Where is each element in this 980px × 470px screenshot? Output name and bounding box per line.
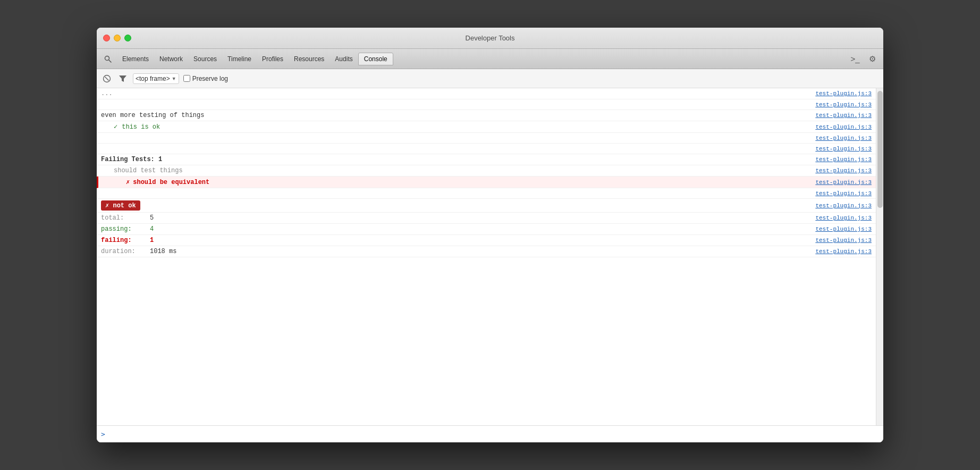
log-row: test-plugin.js:3: [97, 133, 876, 144]
maximize-button[interactable]: [124, 35, 131, 41]
title-bar: Developer Tools: [97, 28, 883, 49]
frame-selector[interactable]: <top frame> ▼: [133, 73, 179, 84]
log-text: should test things: [114, 167, 183, 174]
console-log[interactable]: ... test-plugin.js:3 test-plugin.js:3 ev…: [97, 88, 876, 425]
log-value: 1018 ms: [150, 248, 176, 255]
tab-bar: Elements Network Sources Timeline Profil…: [97, 49, 883, 69]
frame-selector-label: <top frame>: [136, 75, 170, 82]
log-source-link[interactable]: test-plugin.js:3: [815, 156, 872, 163]
tab-bar-right: >_ ⚙: [848, 52, 879, 66]
tab-elements[interactable]: Elements: [117, 53, 154, 65]
settings-icon[interactable]: ⚙: [865, 52, 879, 66]
log-source-link[interactable]: test-plugin.js:3: [815, 112, 872, 119]
svg-marker-4: [119, 75, 126, 82]
console-content: ... test-plugin.js:3 test-plugin.js:3 ev…: [97, 88, 883, 425]
log-text: this is ok: [122, 123, 160, 131]
console-input-row: >: [97, 425, 883, 442]
tab-sources[interactable]: Sources: [188, 53, 222, 65]
log-label: total:: [101, 214, 143, 222]
devtools-window: Developer Tools Elements Network Sources…: [97, 28, 883, 442]
log-text: even more testing of things: [101, 112, 204, 119]
log-source-link[interactable]: test-plugin.js:3: [815, 135, 872, 141]
log-source-link[interactable]: test-plugin.js:3: [815, 203, 872, 209]
terminal-icon[interactable]: >_: [848, 52, 862, 66]
filter-icon[interactable]: [117, 73, 129, 85]
scrollbar-track[interactable]: [876, 88, 883, 425]
log-row: even more testing of things test-plugin.…: [97, 110, 876, 121]
log-source-link[interactable]: test-plugin.js:3: [815, 215, 872, 221]
log-row: duration: 1018 ms test-plugin.js:3: [97, 246, 876, 257]
clear-console-button[interactable]: [101, 73, 113, 85]
log-value: 4: [150, 225, 154, 233]
log-row: passing: 4 test-plugin.js:3: [97, 224, 876, 235]
log-source-link[interactable]: test-plugin.js:3: [815, 167, 872, 174]
x-icon: ✗: [126, 178, 130, 186]
log-row: should test things test-plugin.js:3: [97, 165, 876, 177]
log-source-link[interactable]: test-plugin.js:3: [815, 146, 872, 152]
log-source-link[interactable]: test-plugin.js:3: [815, 237, 872, 244]
window-title: Developer Tools: [466, 34, 515, 42]
frame-selector-arrow: ▼: [172, 76, 176, 81]
svg-line-1: [109, 60, 112, 62]
tab-network[interactable]: Network: [154, 53, 188, 65]
log-row: ✓ this is ok test-plugin.js:3: [97, 121, 876, 133]
log-text: ...: [101, 90, 113, 97]
log-label: duration:: [101, 248, 143, 255]
log-row: failing: 1 test-plugin.js:3: [97, 235, 876, 246]
svg-line-3: [105, 77, 109, 80]
log-row: test-plugin.js:3: [97, 99, 876, 110]
minimize-button[interactable]: [114, 35, 121, 41]
preserve-log-checkbox[interactable]: [183, 75, 190, 82]
log-label: passing:: [101, 225, 143, 233]
log-source-link[interactable]: test-plugin.js:3: [815, 90, 872, 97]
log-source-link[interactable]: test-plugin.js:3: [815, 102, 872, 108]
log-source-link[interactable]: test-plugin.js:3: [815, 248, 872, 255]
log-row: test-plugin.js:3: [97, 144, 876, 154]
search-icon[interactable]: [101, 52, 115, 66]
tab-resources[interactable]: Resources: [289, 53, 330, 65]
scrollbar-thumb[interactable]: [877, 91, 883, 208]
log-row: Failing Tests: 1 test-plugin.js:3: [97, 154, 876, 165]
log-row: test-plugin.js:3: [97, 188, 876, 199]
console-toolbar: <top frame> ▼ Preserve log: [97, 69, 883, 88]
tab-console[interactable]: Console: [358, 53, 393, 65]
log-text: should be equivalent: [133, 179, 209, 186]
log-row: ... test-plugin.js:3: [97, 88, 876, 99]
log-row-badge: ✗ not ok test-plugin.js:3: [97, 199, 876, 213]
check-icon: ✓: [114, 123, 117, 131]
log-source-link[interactable]: test-plugin.js:3: [815, 124, 872, 130]
log-text: Failing Tests: 1: [101, 156, 162, 163]
preserve-log-label: Preserve log: [192, 75, 228, 82]
not-ok-badge: ✗ not ok: [101, 200, 140, 211]
log-value: 1: [150, 237, 154, 244]
log-value: 5: [150, 214, 154, 222]
prompt-symbol: >: [101, 430, 105, 438]
traffic-lights: [103, 35, 131, 41]
log-row-error: ✗ should be equivalent test-plugin.js:3: [97, 177, 876, 188]
tab-audits[interactable]: Audits: [330, 53, 358, 65]
close-button[interactable]: [103, 35, 110, 41]
log-source-link[interactable]: test-plugin.js:3: [815, 190, 872, 197]
tab-profiles[interactable]: Profiles: [257, 53, 289, 65]
log-source-link[interactable]: test-plugin.js:3: [815, 226, 872, 232]
log-label: failing:: [101, 237, 143, 244]
console-input[interactable]: [108, 431, 879, 438]
tab-timeline[interactable]: Timeline: [222, 53, 257, 65]
log-source-link[interactable]: test-plugin.js:3: [815, 179, 872, 186]
preserve-log-container: Preserve log: [183, 75, 228, 82]
log-row: total: 5 test-plugin.js:3: [97, 213, 876, 224]
